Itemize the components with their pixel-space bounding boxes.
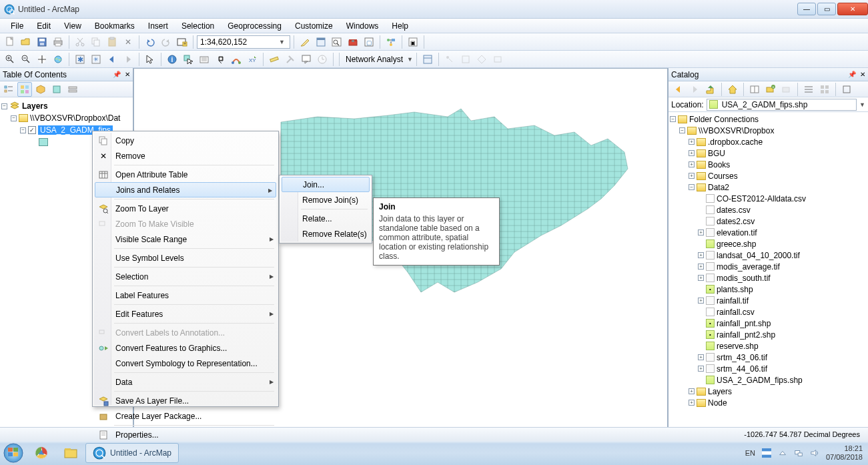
sub-remove-joins[interactable]: Remove Join(s) — [281, 192, 370, 207]
minimize-button[interactable]: — — [797, 3, 816, 15]
catalog-file[interactable]: +srtm_44_06.tif — [670, 363, 867, 374]
clear-selection-icon[interactable] — [197, 52, 211, 67]
back-icon[interactable] — [671, 82, 686, 97]
language-indicator[interactable]: EN — [745, 449, 755, 457]
python-window-icon[interactable]: ▢ — [362, 35, 376, 49]
menu-edit[interactable]: Edit — [30, 20, 57, 32]
cm-edit-features[interactable]: Edit Features — [94, 306, 277, 322]
start-button[interactable] — [0, 441, 27, 465]
taskbar-explorer[interactable] — [56, 443, 85, 463]
tree-view-icon[interactable] — [801, 82, 816, 97]
na-directions-icon[interactable] — [474, 52, 489, 67]
tray-volume-icon[interactable] — [810, 448, 819, 458]
menu-geoprocessing[interactable]: Geoprocessing — [221, 20, 288, 32]
new-doc-icon[interactable] — [3, 35, 17, 49]
layer-swatch[interactable] — [39, 138, 48, 146]
find-icon[interactable] — [213, 52, 228, 67]
na-options-icon[interactable] — [490, 52, 505, 67]
options-icon[interactable] — [65, 82, 80, 97]
catalog-folder[interactable]: +Node — [670, 397, 867, 408]
arctoolbox-icon[interactable] — [346, 35, 360, 49]
menu-help[interactable]: Help — [385, 20, 415, 32]
sub-join[interactable]: Join... — [282, 177, 370, 192]
connect-folder-icon[interactable]: + — [763, 82, 778, 97]
fixed-zoom-in-icon[interactable]: ✱ — [73, 52, 87, 67]
forward-extent-icon[interactable] — [121, 52, 135, 67]
open-icon[interactable] — [19, 35, 33, 49]
taskbar-chrome[interactable] — [27, 443, 56, 463]
location-dropdown-icon[interactable]: ▼ — [859, 101, 865, 108]
catalog-folder[interactable]: +Books — [670, 159, 867, 170]
collapse-icon[interactable]: − — [11, 115, 17, 121]
catalog-file[interactable]: USA_2_GADM_fips.shp — [670, 374, 867, 386]
catalog-window-icon[interactable] — [314, 35, 328, 49]
catalog-file[interactable]: +elevation.tif — [670, 227, 867, 238]
scale-dropdown-icon[interactable]: ▼ — [279, 39, 285, 45]
collapse-icon[interactable]: − — [1, 103, 7, 109]
menu-selection[interactable]: Selection — [175, 20, 221, 32]
cm-copy[interactable]: Copy — [94, 133, 277, 148]
catalog-file[interactable]: reserve.shp — [670, 340, 867, 352]
cm-zoom-to-layer[interactable]: Zoom To Layer — [94, 201, 277, 216]
copy-icon[interactable] — [89, 35, 103, 49]
list-view-icon[interactable] — [817, 82, 832, 97]
network-analyst-dropdown-icon[interactable]: ▼ — [407, 56, 413, 63]
catalog-root[interactable]: −Folder Connections — [670, 113, 867, 125]
zoom-out-icon[interactable] — [19, 52, 33, 67]
catalog-file[interactable]: •plants.shp — [670, 284, 867, 295]
tray-flag-icon[interactable] — [762, 448, 771, 458]
measure-icon[interactable] — [267, 52, 282, 67]
menu-windows[interactable]: Windows — [340, 20, 386, 32]
menu-bookmarks[interactable]: Bookmarks — [88, 20, 141, 32]
save-icon[interactable] — [35, 35, 49, 49]
undo-icon[interactable] — [143, 35, 157, 49]
maximize-button[interactable]: ▭ — [817, 3, 836, 15]
menu-file[interactable]: File — [4, 20, 30, 32]
full-extent-icon[interactable] — [51, 52, 65, 67]
catalog-folder[interactable]: +Layers — [670, 386, 867, 397]
catalog-folder[interactable]: +Courses — [670, 170, 867, 181]
scale-field[interactable] — [200, 37, 279, 47]
catalog-folder[interactable]: +.dropbox.cache — [670, 136, 867, 147]
toggle-icon[interactable] — [747, 82, 762, 97]
zoom-in-icon[interactable] — [3, 52, 17, 67]
results-icon[interactable]: ▣ — [406, 35, 420, 49]
catalog-file[interactable]: •rainfall_pnt2.shp — [670, 329, 867, 340]
paste-icon[interactable] — [105, 35, 119, 49]
catalog-file[interactable]: dates2.csv — [670, 215, 867, 227]
hyperlink-icon[interactable] — [283, 52, 298, 67]
catalog-tree[interactable]: −Folder Connections−\\VBOXSVR\Dropbox+.d… — [669, 112, 868, 435]
sub-remove-relates[interactable]: Remove Relate(s) — [281, 226, 370, 242]
go-to-xy-icon[interactable]: XY — [245, 52, 260, 67]
cm-create-layer-package[interactable]: Create Layer Package... — [94, 408, 277, 424]
cm-data[interactable]: Data — [94, 374, 277, 390]
menu-insert[interactable]: Insert — [141, 20, 175, 32]
cm-label-features[interactable]: Label Features — [94, 288, 277, 303]
cm-properties[interactable]: Properties... — [94, 427, 277, 442]
location-input[interactable]: USA_2_GADM_fips.shp — [707, 99, 857, 111]
pin-icon[interactable]: 📌 — [848, 71, 856, 78]
options-icon[interactable] — [839, 82, 854, 97]
cut-icon[interactable] — [73, 35, 87, 49]
sub-relate[interactable]: Relate... — [281, 211, 370, 226]
add-data-icon[interactable]: + — [175, 35, 189, 49]
cm-convert-features[interactable]: Convert Features to Graphics... — [94, 340, 277, 356]
cm-convert-symbology[interactable]: Convert Symbology to Representation... — [94, 356, 277, 371]
fixed-zoom-out-icon[interactable]: ✳ — [89, 52, 103, 67]
print-icon[interactable] — [51, 35, 65, 49]
catalog-file[interactable]: CO-EST2012-Alldata.csv — [670, 193, 867, 204]
cm-selection[interactable]: Selection — [94, 269, 277, 284]
html-popup-icon[interactable] — [299, 52, 314, 67]
collapse-icon[interactable]: − — [20, 127, 26, 133]
layers-root[interactable]: − Layers — [1, 100, 131, 112]
model-builder-icon[interactable] — [384, 35, 398, 49]
catalog-file[interactable]: +srtm_43_06.tif — [670, 352, 867, 363]
close-panel-icon[interactable]: ✕ — [125, 71, 130, 78]
list-by-visibility-icon[interactable] — [33, 82, 48, 97]
back-extent-icon[interactable] — [105, 52, 119, 67]
catalog-file[interactable]: •rainfall_pnt.shp — [670, 318, 867, 329]
catalog-file[interactable]: +rainfall.tif — [670, 295, 867, 306]
catalog-file[interactable]: +modis_south.tif — [670, 272, 867, 284]
catalog-file[interactable]: greece.shp — [670, 238, 867, 250]
na-solve-icon[interactable] — [458, 52, 473, 67]
